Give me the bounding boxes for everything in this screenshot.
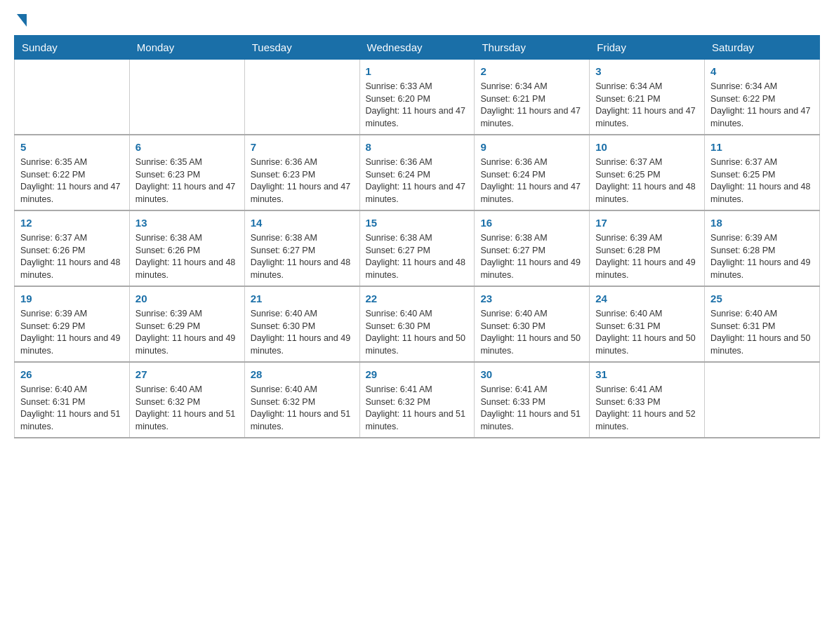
day-info-text: Sunset: 6:22 PM: [710, 93, 814, 106]
day-info-text: Daylight: 11 hours and 50 minutes.: [710, 333, 814, 357]
day-info-text: Sunrise: 6:38 AM: [366, 232, 469, 245]
day-info-text: Sunrise: 6:34 AM: [480, 81, 583, 93]
calendar-day-cell: 22Sunrise: 6:40 AMSunset: 6:30 PMDayligh…: [359, 286, 475, 362]
calendar-day-cell: [244, 60, 359, 135]
day-info-text: Sunset: 6:23 PM: [135, 169, 239, 182]
day-number: 27: [135, 367, 239, 382]
day-info-text: Sunset: 6:25 PM: [710, 169, 814, 182]
calendar-day-cell: 4Sunrise: 6:34 AMSunset: 6:22 PMDaylight…: [705, 60, 820, 135]
calendar-day-cell: 17Sunrise: 6:39 AMSunset: 6:28 PMDayligh…: [590, 210, 705, 286]
logo-triangle-icon: [17, 14, 27, 27]
day-info-text: Daylight: 11 hours and 48 minutes.: [595, 181, 699, 206]
day-number: 19: [20, 291, 124, 306]
calendar-day-cell: 16Sunrise: 6:38 AMSunset: 6:27 PMDayligh…: [475, 210, 590, 286]
page-header: [14, 14, 820, 28]
day-info-text: Sunset: 6:23 PM: [251, 169, 354, 182]
day-info-text: Daylight: 11 hours and 51 minutes.: [20, 408, 124, 433]
days-of-week-row: SundayMondayTuesdayWednesdayThursdayFrid…: [15, 36, 820, 60]
day-info-text: Daylight: 11 hours and 47 minutes.: [20, 181, 124, 206]
day-number: 16: [480, 215, 583, 230]
day-of-week-header: Wednesday: [359, 36, 475, 60]
day-info-text: Sunrise: 6:34 AM: [710, 81, 814, 93]
day-info-text: Daylight: 11 hours and 51 minutes.: [480, 408, 583, 433]
day-info-text: Sunrise: 6:38 AM: [480, 232, 583, 245]
day-info-text: Sunrise: 6:33 AM: [366, 81, 469, 93]
calendar-day-cell: 20Sunrise: 6:39 AMSunset: 6:29 PMDayligh…: [129, 286, 244, 362]
day-info-text: Daylight: 11 hours and 49 minutes.: [135, 333, 239, 357]
day-number: 29: [366, 367, 469, 382]
calendar-day-cell: 3Sunrise: 6:34 AMSunset: 6:21 PMDaylight…: [590, 60, 705, 135]
day-info-text: Daylight: 11 hours and 47 minutes.: [366, 181, 469, 206]
calendar-day-cell: 29Sunrise: 6:41 AMSunset: 6:32 PMDayligh…: [359, 362, 475, 438]
day-info-text: Sunset: 6:26 PM: [20, 245, 124, 257]
calendar-week-row: 12Sunrise: 6:37 AMSunset: 6:26 PMDayligh…: [15, 210, 820, 286]
day-number: 20: [135, 291, 239, 306]
day-number: 13: [135, 215, 239, 230]
calendar-week-row: 5Sunrise: 6:35 AMSunset: 6:22 PMDaylight…: [15, 135, 820, 210]
day-info-text: Sunrise: 6:40 AM: [480, 308, 583, 321]
day-info-text: Sunset: 6:21 PM: [595, 93, 699, 106]
day-info-text: Sunrise: 6:40 AM: [710, 308, 814, 321]
day-info-text: Daylight: 11 hours and 47 minutes.: [135, 181, 239, 206]
calendar-day-cell: 15Sunrise: 6:38 AMSunset: 6:27 PMDayligh…: [359, 210, 475, 286]
day-info-text: Sunrise: 6:38 AM: [251, 232, 354, 245]
day-number: 21: [251, 291, 354, 306]
calendar-day-cell: 2Sunrise: 6:34 AMSunset: 6:21 PMDaylight…: [475, 60, 590, 135]
day-info-text: Sunset: 6:33 PM: [480, 396, 583, 409]
day-number: 17: [595, 215, 699, 230]
calendar-day-cell: 28Sunrise: 6:40 AMSunset: 6:32 PMDayligh…: [244, 362, 359, 438]
calendar-day-cell: 19Sunrise: 6:39 AMSunset: 6:29 PMDayligh…: [15, 286, 130, 362]
day-info-text: Daylight: 11 hours and 49 minutes.: [480, 257, 583, 281]
calendar-day-cell: 8Sunrise: 6:36 AMSunset: 6:24 PMDaylight…: [359, 135, 475, 210]
day-info-text: Sunrise: 6:41 AM: [366, 384, 469, 396]
day-number: 12: [20, 215, 124, 230]
day-info-text: Daylight: 11 hours and 50 minutes.: [480, 333, 583, 357]
calendar-day-cell: 18Sunrise: 6:39 AMSunset: 6:28 PMDayligh…: [705, 210, 820, 286]
day-info-text: Sunset: 6:21 PM: [480, 93, 583, 106]
day-info-text: Sunset: 6:24 PM: [480, 169, 583, 182]
calendar-week-row: 19Sunrise: 6:39 AMSunset: 6:29 PMDayligh…: [15, 286, 820, 362]
day-info-text: Sunset: 6:30 PM: [366, 321, 469, 333]
calendar-table: SundayMondayTuesdayWednesdayThursdayFrid…: [14, 35, 820, 438]
logo: [14, 14, 27, 28]
day-info-text: Sunset: 6:29 PM: [135, 321, 239, 333]
day-number: 15: [366, 215, 469, 230]
day-number: 18: [710, 215, 814, 230]
day-number: 25: [710, 291, 814, 306]
day-info-text: Daylight: 11 hours and 51 minutes.: [135, 408, 239, 433]
day-number: 6: [135, 140, 239, 154]
calendar-day-cell: 21Sunrise: 6:40 AMSunset: 6:30 PMDayligh…: [244, 286, 359, 362]
day-info-text: Daylight: 11 hours and 50 minutes.: [595, 333, 699, 357]
day-info-text: Daylight: 11 hours and 49 minutes.: [251, 333, 354, 357]
day-info-text: Daylight: 11 hours and 48 minutes.: [710, 181, 814, 206]
day-info-text: Daylight: 11 hours and 48 minutes.: [366, 257, 469, 281]
day-info-text: Sunset: 6:30 PM: [480, 321, 583, 333]
calendar-day-cell: [15, 60, 130, 135]
day-info-text: Sunrise: 6:36 AM: [480, 156, 583, 169]
day-number: 23: [480, 291, 583, 306]
day-info-text: Daylight: 11 hours and 51 minutes.: [251, 408, 354, 433]
day-info-text: Sunrise: 6:36 AM: [251, 156, 354, 169]
calendar-day-cell: 31Sunrise: 6:41 AMSunset: 6:33 PMDayligh…: [590, 362, 705, 438]
day-of-week-header: Friday: [590, 36, 705, 60]
day-number: 28: [251, 367, 354, 382]
day-info-text: Sunrise: 6:34 AM: [595, 81, 699, 93]
day-number: 7: [251, 140, 354, 154]
day-info-text: Sunrise: 6:41 AM: [595, 384, 699, 396]
day-info-text: Daylight: 11 hours and 48 minutes.: [251, 257, 354, 281]
day-info-text: Sunrise: 6:41 AM: [480, 384, 583, 396]
day-info-text: Sunrise: 6:39 AM: [710, 232, 814, 245]
day-info-text: Sunset: 6:26 PM: [135, 245, 239, 257]
day-info-text: Sunset: 6:31 PM: [20, 396, 124, 409]
day-info-text: Sunrise: 6:39 AM: [135, 308, 239, 321]
day-number: 24: [595, 291, 699, 306]
day-info-text: Sunset: 6:22 PM: [20, 169, 124, 182]
day-number: 22: [366, 291, 469, 306]
day-info-text: Sunset: 6:32 PM: [366, 396, 469, 409]
day-number: 30: [480, 367, 583, 382]
day-number: 10: [595, 140, 699, 154]
day-info-text: Daylight: 11 hours and 47 minutes.: [480, 181, 583, 206]
day-of-week-header: Tuesday: [244, 36, 359, 60]
day-info-text: Sunrise: 6:40 AM: [20, 384, 124, 396]
day-info-text: Daylight: 11 hours and 52 minutes.: [595, 408, 699, 433]
